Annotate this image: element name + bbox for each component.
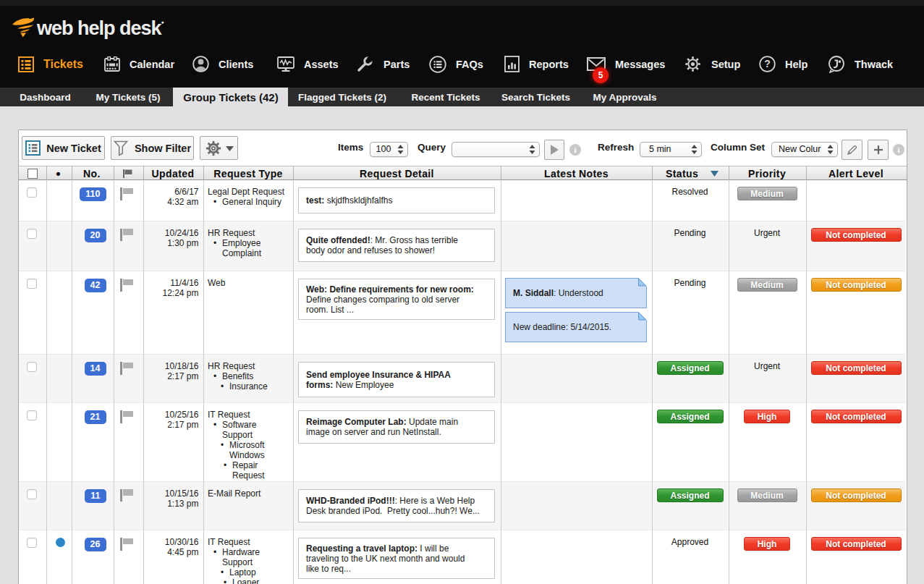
svg-text:?: ? <box>764 58 771 69</box>
